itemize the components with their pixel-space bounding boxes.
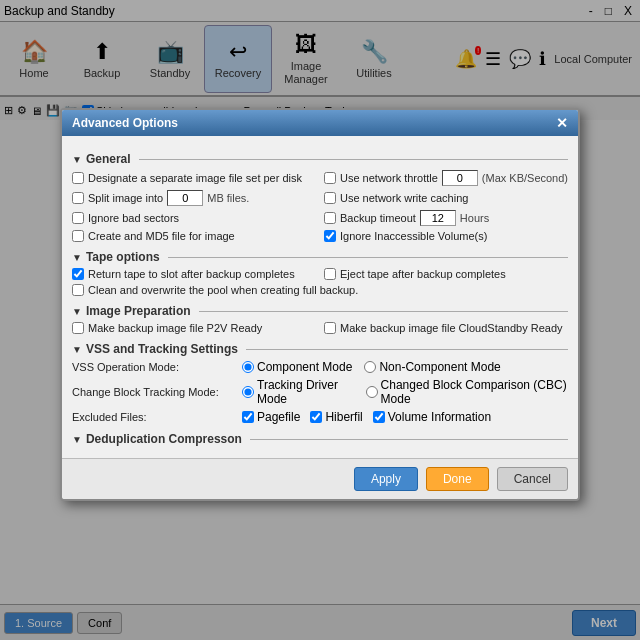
vss-section-line <box>246 349 568 350</box>
network-throttle-input[interactable] <box>442 170 478 186</box>
tape-options-row2: Clean and overwrite the pool when creati… <box>72 284 568 296</box>
general-section-header[interactable]: ▼ General <box>72 152 568 166</box>
ignore-inaccessible-label: Ignore Inaccessible Volume(s) <box>340 230 487 242</box>
clean-pool-checkbox[interactable] <box>72 284 84 296</box>
clean-pool-label: Clean and overwrite the pool when creati… <box>88 284 358 296</box>
cloud-standby-option: Make backup image file CloudStandby Read… <box>324 322 568 334</box>
network-throttle-unit: (Max KB/Second) <box>482 172 568 184</box>
eject-tape-checkbox[interactable] <box>324 268 336 280</box>
vss-collapse-icon: ▼ <box>72 344 82 355</box>
component-mode-option: Component Mode <box>242 360 352 374</box>
return-tape-checkbox[interactable] <box>72 268 84 280</box>
pagefile-label: Pagefile <box>257 410 300 424</box>
cbc-mode-label: Changed Block Comparison (CBC) Mode <box>381 378 568 406</box>
dedup-section-title: Deduplication Compresson <box>86 432 242 446</box>
p2v-option: Make backup image file P2V Ready <box>72 322 316 334</box>
apply-button[interactable]: Apply <box>354 467 418 491</box>
create-md5-label: Create and MD5 file for image <box>88 230 235 242</box>
general-options-row1: Designate a separate image file set per … <box>72 170 568 186</box>
create-md5-option: Create and MD5 file for image <box>72 230 316 242</box>
image-prep-section-header[interactable]: ▼ Image Preparation <box>72 304 568 318</box>
ignore-bad-option: Ignore bad sectors <box>72 210 316 226</box>
non-component-mode-radio[interactable] <box>364 361 376 373</box>
component-mode-label: Component Mode <box>257 360 352 374</box>
volume-info-checkbox[interactable] <box>373 411 385 423</box>
tracking-mode-label: Change Block Tracking Mode: <box>72 386 242 398</box>
image-prep-options-row: Make backup image file P2V Ready Make ba… <box>72 322 568 334</box>
hiberfil-checkbox[interactable] <box>310 411 322 423</box>
eject-tape-label: Eject tape after backup completes <box>340 268 506 280</box>
network-throttle-checkbox[interactable] <box>324 172 336 184</box>
dedup-section-header[interactable]: ▼ Deduplication Compresson <box>72 432 568 446</box>
tracking-driver-label: Tracking Driver Mode <box>257 378 354 406</box>
split-image-input[interactable] <box>167 190 203 206</box>
p2v-checkbox[interactable] <box>72 322 84 334</box>
create-md5-checkbox[interactable] <box>72 230 84 242</box>
image-prep-section-line <box>199 311 568 312</box>
ignore-inaccessible-checkbox[interactable] <box>324 230 336 242</box>
backup-timeout-label: Backup timeout <box>340 212 416 224</box>
network-cache-checkbox[interactable] <box>324 192 336 204</box>
separate-image-option: Designate a separate image file set per … <box>72 170 316 186</box>
advanced-options-modal: Advanced Options ✕ ▼ General Designate a… <box>60 108 580 501</box>
dedup-section-line <box>250 439 568 440</box>
excluded-files-items: Pagefile Hiberfil Volume Information <box>242 410 491 424</box>
separate-image-label: Designate a separate image file set per … <box>88 172 302 184</box>
modal-footer: Apply Done Cancel <box>62 458 578 499</box>
modal-title: Advanced Options <box>72 116 178 130</box>
tape-section-title: Tape options <box>86 250 160 264</box>
backup-timeout-checkbox[interactable] <box>324 212 336 224</box>
backup-timeout-input[interactable] <box>420 210 456 226</box>
general-options-row3: Ignore bad sectors Backup timeout Hours <box>72 210 568 226</box>
volume-info-label: Volume Information <box>388 410 491 424</box>
vss-section-header[interactable]: ▼ VSS and Tracking Settings <box>72 342 568 356</box>
cbc-mode-option: Changed Block Comparison (CBC) Mode <box>366 378 568 406</box>
tracking-driver-radio[interactable] <box>242 386 254 398</box>
backup-timeout-unit: Hours <box>460 212 489 224</box>
general-section-line <box>139 159 568 160</box>
general-options-row2: Split image into MB files. Use network w… <box>72 190 568 206</box>
network-throttle-option: Use network throttle (Max KB/Second) <box>324 170 568 186</box>
return-tape-option: Return tape to slot after backup complet… <box>72 268 316 280</box>
image-prep-section-title: Image Preparation <box>86 304 191 318</box>
tracking-driver-option: Tracking Driver Mode <box>242 378 354 406</box>
modal-close-btn[interactable]: ✕ <box>556 115 568 131</box>
done-button[interactable]: Done <box>426 467 489 491</box>
backup-timeout-option: Backup timeout Hours <box>324 210 568 226</box>
network-throttle-label: Use network throttle <box>340 172 438 184</box>
hiberfil-item: Hiberfil <box>310 410 362 424</box>
hiberfil-label: Hiberfil <box>325 410 362 424</box>
excluded-files-row: Excluded Files: Pagefile Hiberfil Volume… <box>72 410 568 424</box>
modal-body: ▼ General Designate a separate image fil… <box>62 136 578 458</box>
ignore-bad-label: Ignore bad sectors <box>88 212 179 224</box>
cbc-mode-radio[interactable] <box>366 386 378 398</box>
p2v-label: Make backup image file P2V Ready <box>88 322 262 334</box>
image-prep-collapse-icon: ▼ <box>72 306 82 317</box>
general-options-row4: Create and MD5 file for image Ignore Ina… <box>72 230 568 242</box>
cancel-button[interactable]: Cancel <box>497 467 568 491</box>
ignore-inaccessible-option: Ignore Inaccessible Volume(s) <box>324 230 568 242</box>
dedup-collapse-icon: ▼ <box>72 434 82 445</box>
tracking-mode-row: Change Block Tracking Mode: Tracking Dri… <box>72 378 568 406</box>
vss-mode-row: VSS Operation Mode: Component Mode Non-C… <box>72 360 568 374</box>
split-image-checkbox[interactable] <box>72 192 84 204</box>
general-section-title: General <box>86 152 131 166</box>
vss-mode-label: VSS Operation Mode: <box>72 361 242 373</box>
vss-mode-options: Component Mode Non-Component Mode <box>242 360 568 374</box>
network-cache-option: Use network write caching <box>324 190 568 206</box>
non-component-mode-option: Non-Component Mode <box>364 360 500 374</box>
pagefile-item: Pagefile <box>242 410 300 424</box>
tape-options-row1: Return tape to slot after backup complet… <box>72 268 568 280</box>
general-collapse-icon: ▼ <box>72 154 82 165</box>
clean-pool-option: Clean and overwrite the pool when creati… <box>72 284 568 296</box>
separate-image-checkbox[interactable] <box>72 172 84 184</box>
component-mode-radio[interactable] <box>242 361 254 373</box>
eject-tape-option: Eject tape after backup completes <box>324 268 568 280</box>
ignore-bad-checkbox[interactable] <box>72 212 84 224</box>
pagefile-checkbox[interactable] <box>242 411 254 423</box>
cloud-standby-checkbox[interactable] <box>324 322 336 334</box>
tape-section-header[interactable]: ▼ Tape options <box>72 250 568 264</box>
cloud-standby-label: Make backup image file CloudStandby Read… <box>340 322 563 334</box>
network-cache-label: Use network write caching <box>340 192 468 204</box>
tracking-mode-options: Tracking Driver Mode Changed Block Compa… <box>242 378 568 406</box>
